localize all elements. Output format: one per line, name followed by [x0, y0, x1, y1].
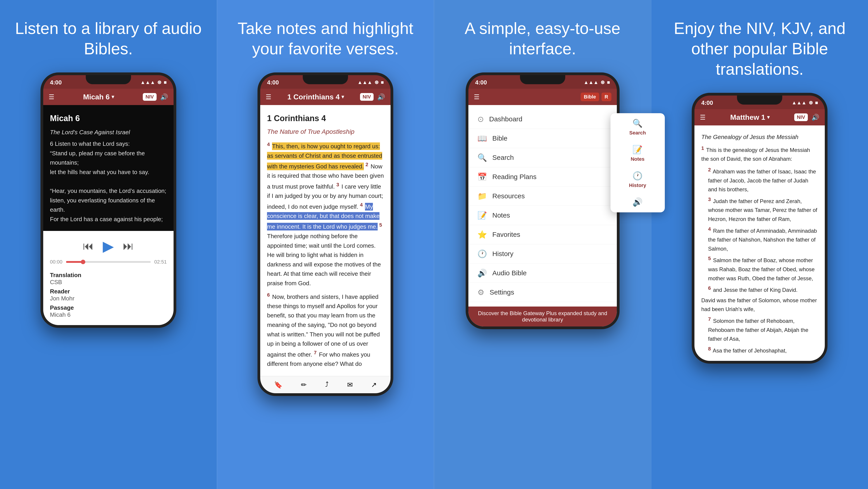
- share-icon[interactable]: ⤴: [325, 381, 329, 389]
- matthew-verse-2: 2 Abraham was the father of Isaac, Isaac…: [708, 166, 818, 194]
- sidebar-item-notes[interactable]: 📝 Notes: [468, 206, 617, 225]
- menu-icon-1[interactable]: ☰: [49, 93, 54, 101]
- wifi-icon-4: ⊛: [809, 100, 813, 106]
- rewind-button[interactable]: ⏮: [83, 240, 94, 252]
- sidebar-label-bible: Bible: [492, 134, 507, 142]
- nav-bar-1: ☰ Micah 6 ▾ NIV 🔊: [43, 89, 174, 105]
- signal-icon-3: ▲▲▲: [584, 80, 598, 85]
- progress-bar[interactable]: [66, 261, 151, 263]
- panel-notes: Take notes and highlight your favorite v…: [217, 0, 434, 489]
- bookmark-icon[interactable]: 🔖: [274, 381, 282, 389]
- meta-translation: Translation CSB: [50, 272, 167, 286]
- sidebar-menu: ⊙ Dashboard 📖 Bible 🔍 Search 📅 Reading P…: [468, 105, 617, 307]
- matthew-verse-3: 3 Judah the father of Perez and Zerah, w…: [708, 195, 818, 224]
- time-current: 00:00: [50, 259, 62, 265]
- right-panel-notes[interactable]: 📝 Notes: [615, 145, 660, 162]
- resources-icon: 📁: [477, 191, 487, 201]
- sidebar-label-search: Search: [492, 154, 514, 161]
- right-panel-search[interactable]: 🔍 Search: [615, 119, 660, 136]
- highlight-yellow-1: This, then, is how you ought to regard u…: [267, 143, 382, 170]
- bible-overlay-1: Micah 6 The Lord's Case Against Israel 6…: [43, 105, 174, 231]
- audio-icon-2[interactable]: 🔊: [377, 93, 385, 101]
- menu-icon-3[interactable]: ☰: [474, 93, 479, 101]
- pencil-icon[interactable]: ✏: [301, 381, 307, 389]
- status-icons-3: ▲▲▲ ⊛ ■: [584, 80, 610, 85]
- chevron-down-icon-1: ▾: [112, 94, 114, 100]
- matthew-verse-5: 5 Salmon the father of Boaz, whose mothe…: [708, 254, 818, 283]
- text-1-5: For the Lord has a case against his peop…: [50, 215, 167, 224]
- nav-badge-1[interactable]: NIV: [143, 93, 157, 101]
- nav-title-4[interactable]: Matthew 1 ▾: [730, 113, 770, 122]
- right-panel-history[interactable]: 🕐 History: [615, 171, 660, 188]
- menu-icon-4[interactable]: ☰: [700, 114, 706, 121]
- mail-icon[interactable]: ✉: [347, 381, 353, 389]
- panel-3-heading: A simple, easy-to-use interface.: [448, 18, 638, 59]
- signal-icon-4: ▲▲▲: [792, 100, 806, 106]
- right-history-icon: 🕐: [632, 171, 643, 181]
- history-icon: 🕐: [477, 249, 487, 258]
- sidebar-item-resources[interactable]: 📁 Resources: [468, 187, 617, 206]
- sidebar-content-3: ⊙ Dashboard 📖 Bible 🔍 Search 📅 Reading P…: [468, 105, 617, 327]
- sidebar-item-dashboard[interactable]: ⊙ Dashboard: [468, 110, 617, 129]
- notch-4: [737, 95, 782, 104]
- right-history-label: History: [629, 182, 646, 188]
- nav-icons-1: NIV 🔊: [143, 93, 168, 101]
- time-total: 02:51: [154, 259, 167, 265]
- battery-icon-4: ■: [815, 100, 818, 106]
- right-panel-audio[interactable]: 🔊: [615, 197, 660, 207]
- bible-content-4: The Genealogy of Jesus the Messiah 1 Thi…: [694, 125, 825, 361]
- sidebar-label-audio-bible: Audio Bible: [492, 269, 527, 277]
- matthew-verse-4: 4 Ram the father of Amminadab, Amminadab…: [708, 225, 818, 253]
- audio-bible-icon: 🔊: [477, 269, 487, 278]
- sidebar-item-audio-bible[interactable]: 🔊 Audio Bible: [468, 264, 617, 283]
- sidebar-item-reading-plans[interactable]: 📅 Reading Plans: [468, 167, 617, 187]
- panel-interface: A simple, easy-to-use interface. 4:00 ▲▲…: [434, 0, 651, 489]
- sidebar-item-settings[interactable]: ⚙ Settings: [468, 283, 617, 302]
- settings-icon: ⚙: [477, 288, 484, 297]
- audio-icon-1[interactable]: 🔊: [160, 93, 168, 101]
- nav-badge-4[interactable]: NIV: [794, 114, 808, 121]
- signal-icon-1: ▲▲▲: [140, 80, 155, 85]
- phone-4: 4:00 ▲▲▲ ⊛ ■ ☰ Matthew 1 ▾ NIV 🔊 The Gen…: [692, 93, 828, 364]
- phone-3-wrapper: 4:00 ▲▲▲ ⊛ ■ ☰ Bible R ⊙: [466, 72, 620, 329]
- panel-2-heading: Take notes and highlight your favorite v…: [231, 18, 421, 59]
- audio-icon-4[interactable]: 🔊: [811, 114, 819, 121]
- verse-6-text: 6 Now, brothers and sisters, I have appl…: [267, 291, 384, 369]
- nav-badge-2[interactable]: NIV: [360, 93, 374, 101]
- sidebar-label-settings: Settings: [490, 288, 514, 296]
- text-1-3: “Hear, you mountains, the Lord’s accusat…: [50, 186, 167, 196]
- right-search-icon: 🔍: [632, 119, 643, 128]
- wifi-icon-2: ⊛: [374, 80, 378, 85]
- sidebar-label-favorites: Favorites: [492, 231, 520, 238]
- wifi-icon-1: ⊛: [157, 80, 161, 85]
- sidebar-item-search[interactable]: 🔍 Search: [468, 148, 617, 167]
- sidebar-item-bible[interactable]: 📖 Bible: [468, 129, 617, 148]
- export-icon[interactable]: ↗: [371, 381, 377, 389]
- book-title-1: Micah 6: [50, 112, 167, 125]
- fast-forward-button[interactable]: ⏭: [123, 240, 134, 252]
- bottom-toolbar-2: 🔖 ✏ ⤴ ✉ ↗: [260, 376, 391, 393]
- nav-right-3: Bible R: [581, 93, 611, 101]
- bible-content-2: 1 Corinthians 4 The Nature of True Apost…: [260, 105, 391, 376]
- bible-tab[interactable]: Bible: [581, 93, 599, 101]
- battery-icon-1: ■: [164, 80, 166, 85]
- text-1-4: listen, you everlasting foundations of t…: [50, 196, 167, 215]
- matthew-verse-8: 8 Asa the father of Jehoshaphat,: [708, 345, 818, 355]
- phone-3: 4:00 ▲▲▲ ⊛ ■ ☰ Bible R ⊙: [466, 72, 620, 329]
- sidebar-item-favorites[interactable]: ⭐ Favorites: [468, 225, 617, 244]
- play-button[interactable]: ▶: [103, 238, 114, 254]
- verse-block-1: 4 This, then, is how you ought to regard…: [267, 140, 384, 288]
- nav-icons-2: NIV 🔊: [360, 93, 385, 101]
- menu-icon-2[interactable]: ☰: [266, 93, 271, 101]
- battery-icon-2: ■: [381, 80, 384, 85]
- meta-reader: Reader Jon Mohr: [50, 288, 167, 302]
- reader-tab[interactable]: R: [601, 93, 611, 101]
- nav-title-1[interactable]: Micah 6 ▾: [83, 93, 114, 101]
- sidebar-item-history[interactable]: 🕐 History: [468, 244, 617, 264]
- meta-passage: Passage Micah 6: [50, 304, 167, 318]
- bible-icon: 📖: [477, 134, 487, 143]
- chevron-down-icon-4: ▾: [767, 114, 770, 120]
- nav-title-2[interactable]: 1 Corinthians 4 ▾: [287, 93, 344, 101]
- chevron-down-icon-2: ▾: [341, 94, 344, 100]
- right-notes-icon: 📝: [632, 145, 643, 154]
